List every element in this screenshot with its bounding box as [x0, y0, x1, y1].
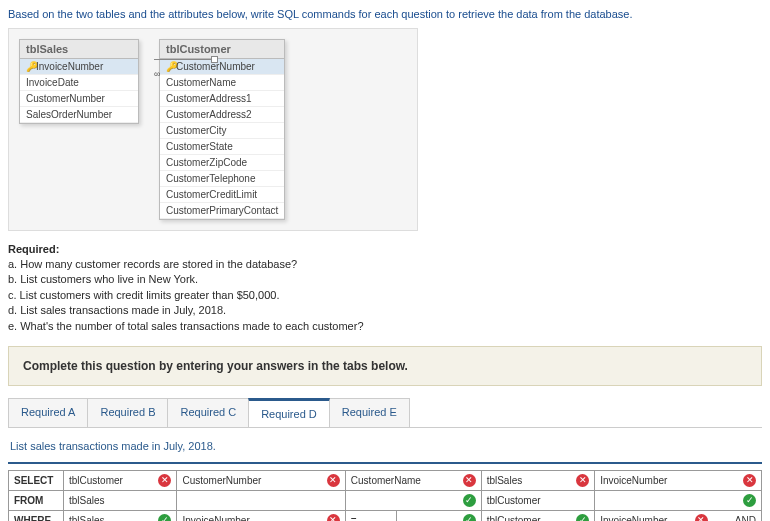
- required-list: a. How many customer records are stored …: [8, 257, 762, 334]
- schema-diagram: tblSales 🔑InvoiceNumber InvoiceDate Cust…: [8, 28, 418, 231]
- table-row: CustomerAddress1: [160, 91, 284, 107]
- wrong-icon: ✕: [463, 474, 476, 487]
- tabs: Required A Required B Required C Require…: [8, 398, 762, 428]
- grid-cell[interactable]: InvoiceNumber✕AND: [595, 510, 762, 521]
- grid-cell[interactable]: InvoiceNumber✕: [177, 510, 345, 521]
- req-c: c. List customers with credit limits gre…: [8, 288, 762, 303]
- row-label: SELECT: [9, 470, 64, 490]
- grid-cell[interactable]: ✓: [396, 510, 481, 521]
- table-sales-head: tblSales: [20, 40, 138, 59]
- correct-icon: ✓: [158, 514, 171, 521]
- req-e: e. What's the number of total sales tran…: [8, 319, 762, 334]
- table-row: CustomerPrimaryContact: [160, 203, 284, 219]
- grid-cell[interactable]: tblCustomer: [481, 490, 594, 510]
- correct-icon: ✓: [463, 514, 476, 521]
- grid-row-select: SELECT tblCustomer✕ CustomerNumber✕ Cust…: [9, 470, 762, 490]
- tab-required-d[interactable]: Required D: [248, 398, 330, 427]
- wrong-icon: ✕: [158, 474, 171, 487]
- table-row: CustomerName: [160, 75, 284, 91]
- wrong-icon: ✕: [743, 474, 756, 487]
- grid-cell[interactable]: [177, 490, 345, 510]
- table-row: 🔑InvoiceNumber: [20, 59, 138, 75]
- complete-box: Complete this question by entering your …: [8, 346, 762, 386]
- answer-grid: SELECT tblCustomer✕ CustomerNumber✕ Cust…: [8, 470, 762, 521]
- table-row: CustomerState: [160, 139, 284, 155]
- relation-label: ∞: [154, 69, 160, 79]
- required-heading: Required:: [8, 243, 762, 255]
- grid-cell[interactable]: =: [345, 510, 396, 521]
- complete-text: Complete this question by entering your …: [23, 359, 408, 373]
- table-row: InvoiceDate: [20, 75, 138, 91]
- table-row: 🔑CustomerNumber: [160, 59, 284, 75]
- grid-cell[interactable]: CustomerNumber✕: [177, 470, 345, 490]
- wrong-icon: ✕: [695, 514, 708, 521]
- correct-icon: ✓: [743, 494, 756, 507]
- grid-row-from: FROM tblSales ✓ tblCustomer ✓: [9, 490, 762, 510]
- wrong-icon: ✕: [576, 474, 589, 487]
- grid-cell[interactable]: InvoiceNumber✕: [595, 470, 762, 490]
- grid-cell[interactable]: ✓: [595, 490, 762, 510]
- key-icon: 🔑: [166, 61, 174, 69]
- grid-cell[interactable]: tblSales: [64, 490, 177, 510]
- req-d: d. List sales transactions made in July,…: [8, 303, 762, 318]
- tab-required-b[interactable]: Required B: [87, 398, 168, 427]
- table-row: SalesOrderNumber: [20, 107, 138, 123]
- grid-cell[interactable]: tblCustomer✓: [481, 510, 594, 521]
- tab-required-a[interactable]: Required A: [8, 398, 88, 427]
- table-row: CustomerTelephone: [160, 171, 284, 187]
- table-sales: tblSales 🔑InvoiceNumber InvoiceDate Cust…: [19, 39, 139, 124]
- key-icon: 🔑: [26, 61, 34, 69]
- tab-subtitle: List sales transactions made in July, 20…: [8, 434, 762, 464]
- table-row: CustomerZipCode: [160, 155, 284, 171]
- grid-cell[interactable]: tblSales✕: [481, 470, 594, 490]
- row-label: WHERE: [9, 510, 64, 521]
- relation-line: [154, 59, 214, 60]
- wrong-icon: ✕: [327, 514, 340, 521]
- correct-icon: ✓: [576, 514, 589, 521]
- intro-text: Based on the two tables and the attribut…: [8, 8, 762, 20]
- grid-row-where: WHERE tblSales✓ InvoiceNumber✕ = ✓ tblCu…: [9, 510, 762, 521]
- correct-icon: ✓: [463, 494, 476, 507]
- row-label: FROM: [9, 490, 64, 510]
- table-customer: tblCustomer 🔑CustomerNumber CustomerName…: [159, 39, 285, 220]
- grid-cell[interactable]: ✓: [345, 490, 481, 510]
- grid-cell[interactable]: tblSales✓: [64, 510, 177, 521]
- grid-cell[interactable]: CustomerName✕: [345, 470, 481, 490]
- table-row: CustomerCity: [160, 123, 284, 139]
- grid-cell[interactable]: tblCustomer✕: [64, 470, 177, 490]
- table-row: CustomerAddress2: [160, 107, 284, 123]
- table-row: CustomerNumber: [20, 91, 138, 107]
- tab-required-c[interactable]: Required C: [167, 398, 249, 427]
- wrong-icon: ✕: [327, 474, 340, 487]
- tab-required-e[interactable]: Required E: [329, 398, 410, 427]
- table-customer-head: tblCustomer: [160, 40, 284, 59]
- req-b: b. List customers who live in New York.: [8, 272, 762, 287]
- table-row: CustomerCreditLimit: [160, 187, 284, 203]
- req-a: a. How many customer records are stored …: [8, 257, 762, 272]
